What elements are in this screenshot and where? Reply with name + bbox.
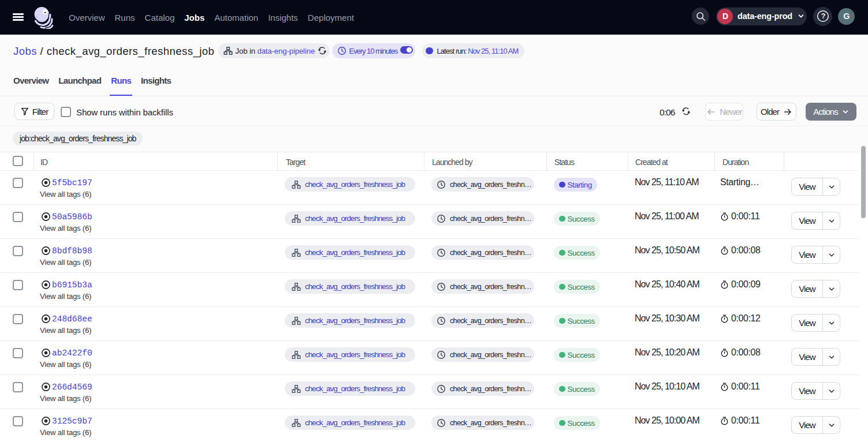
svg-text:?: ? (821, 12, 825, 20)
